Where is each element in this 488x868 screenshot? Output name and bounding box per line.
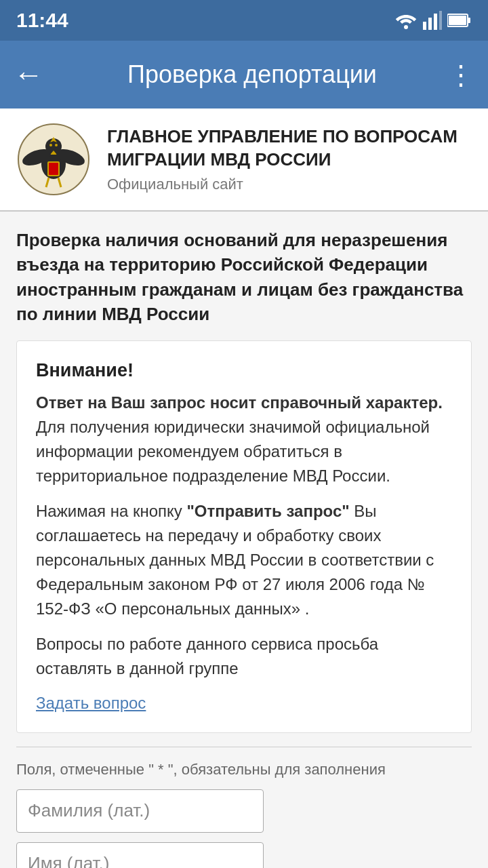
notice-paragraph-2: Нажимая на кнопку "Отправить запрос" Вы … (36, 499, 452, 621)
app-bar: ← Проверка депортации ⋮ (0, 41, 488, 108)
page-title: Проверка депортации (57, 60, 447, 89)
notice-text-2a: Нажимая на кнопку (36, 502, 186, 520)
ask-question-link[interactable]: Задать вопрос (36, 694, 146, 712)
status-time: 11:44 (16, 9, 68, 32)
notice-paragraph-3: Вопросы по работе данного сервиса просьб… (36, 632, 452, 681)
notice-text-1: Для получения юридически значимой официа… (36, 418, 430, 485)
main-content: Проверка наличия оснований для неразреше… (0, 212, 488, 868)
battery-icon (447, 13, 472, 28)
notice-bold-2: "Отправить запрос" (186, 502, 349, 520)
notice-paragraph-1: Ответ на Ваш запрос носит справочный хар… (36, 391, 452, 488)
svg-point-19 (49, 144, 52, 146)
svg-point-20 (55, 144, 58, 146)
page-heading: Проверка наличия оснований для неразреше… (16, 228, 472, 327)
status-icons (394, 11, 472, 30)
svg-rect-6 (449, 16, 466, 25)
svg-rect-2 (428, 18, 432, 30)
notice-box: Внимание! Ответ на Ваш запрос носит спра… (16, 340, 472, 733)
svg-rect-3 (434, 14, 437, 30)
svg-rect-1 (423, 22, 426, 30)
first-name-lat-input[interactable] (16, 842, 264, 868)
org-logo (16, 122, 91, 197)
form-divider (16, 747, 472, 747)
org-subtitle: Официальный сайт (107, 176, 472, 193)
svg-point-0 (404, 25, 408, 29)
status-bar: 11:44 (0, 0, 488, 41)
signal-icon (423, 11, 442, 30)
fields-required-note: Поля, отмеченные " * ", обязательны для … (16, 761, 472, 778)
notice-heading: Внимание! (36, 360, 452, 381)
overflow-menu-button[interactable]: ⋮ (447, 59, 474, 90)
svg-rect-16 (49, 163, 58, 175)
org-name: ГЛАВНОЕ УПРАВЛЕНИЕ ПО ВОПРОСАМ МИГРАЦИИ … (107, 125, 472, 172)
last-name-lat-input[interactable] (16, 789, 264, 833)
back-button[interactable]: ← (14, 60, 43, 90)
svg-rect-4 (439, 11, 442, 30)
org-header: ГЛАВНОЕ УПРАВЛЕНИЕ ПО ВОПРОСАМ МИГРАЦИИ … (0, 108, 488, 212)
svg-rect-7 (468, 18, 470, 23)
notice-bold-1: Ответ на Ваш запрос носит справочный хар… (36, 393, 443, 412)
wifi-icon (394, 11, 418, 30)
org-text: ГЛАВНОЕ УПРАВЛЕНИЕ ПО ВОПРОСАМ МИГРАЦИИ … (107, 125, 472, 193)
